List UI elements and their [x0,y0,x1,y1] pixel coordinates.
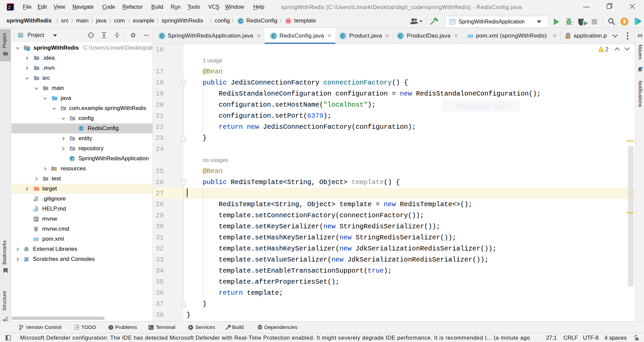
svg-text:MD: MD [34,209,37,211]
svg-text:m: m [33,236,39,242]
svg-text:m: m [638,32,643,39]
svg-text:m: m [286,19,290,23]
svg-text:IJ: IJ [8,5,11,8]
svg-text:2: 2 [605,47,608,52]
svg-text:m: m [468,32,473,40]
